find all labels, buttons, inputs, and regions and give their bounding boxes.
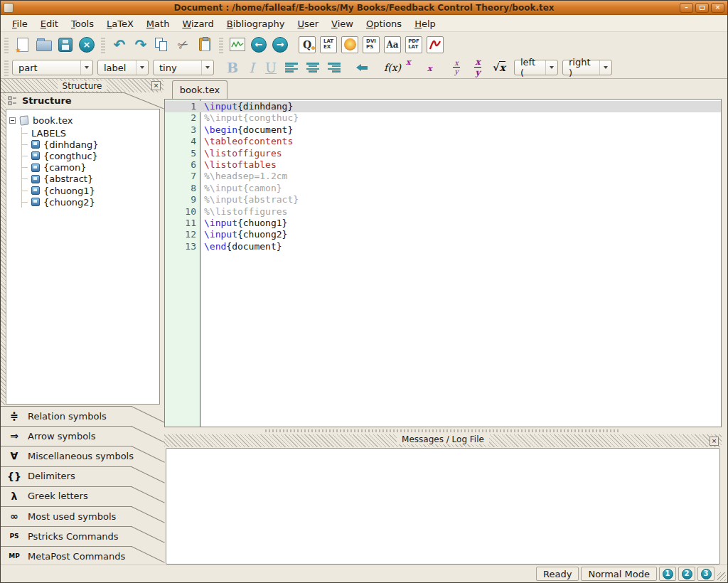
left-delimiter-dropdown[interactable]: left ( [514, 60, 558, 75]
log-output-area[interactable] [166, 448, 720, 565]
editor-line-12[interactable]: 12\input{chuong2} [165, 229, 721, 240]
undo-button[interactable]: ↶ [109, 34, 130, 55]
resize-grip[interactable] [717, 572, 726, 581]
close-file-button[interactable]: × [76, 34, 97, 55]
menu-item-edit[interactable]: Edit [34, 16, 65, 31]
paste-button[interactable] [194, 34, 215, 55]
symbol-panel-metapost-commands[interactable]: MPMetaPost Commands [1, 546, 164, 566]
menu-item-options[interactable]: Options [360, 16, 408, 31]
new-document-button[interactable]: ★ [12, 34, 33, 55]
status-mode-button[interactable]: Normal Mode [581, 567, 657, 581]
view-button-1[interactable]: 1 [659, 567, 676, 581]
view-ps-button[interactable]: Aa [382, 34, 403, 55]
toolbar-grip[interactable] [4, 59, 9, 76]
align-right-button[interactable] [323, 57, 345, 78]
editor-line-6[interactable]: 6\listoftables [165, 159, 721, 171]
editor-body[interactable]: 1\input{dinhdang}2%\input{congthuc}3\beg… [165, 100, 721, 427]
editor-tab-booktex[interactable]: book.tex [172, 80, 228, 99]
italic-button[interactable]: I [242, 57, 261, 78]
title-bar[interactable]: Document : /home/falleaf/E-books/My Book… [1, 1, 727, 15]
toolbar-grip[interactable] [219, 36, 223, 53]
copy-button[interactable] [151, 34, 173, 55]
menu-item-file[interactable]: File [6, 16, 34, 31]
chevron-down-icon[interactable] [599, 60, 611, 75]
menu-item-user[interactable]: User [291, 16, 325, 31]
size-dropdown[interactable]: tiny [153, 60, 214, 75]
minimize-button[interactable]: – [680, 3, 693, 13]
tree-root-item[interactable]: book.tex [9, 114, 156, 127]
editor-line-7[interactable]: 7%\headsep=1.2cm [165, 171, 721, 182]
superscript-button[interactable]: x [424, 57, 446, 78]
view-button-2[interactable]: 2 [678, 567, 695, 581]
frac-button[interactable]: xy [446, 57, 467, 78]
tree-item-chuong2[interactable]: {chuong2} [22, 196, 156, 208]
tree-item-abstract[interactable]: {abstract} [22, 173, 156, 185]
structure-close-button[interactable]: × [151, 81, 161, 90]
menu-item-tools[interactable]: Tools [65, 16, 100, 31]
newline-button[interactable] [352, 57, 373, 78]
align-left-button[interactable] [281, 57, 302, 78]
toolbar-grip[interactable] [4, 36, 9, 53]
save-button[interactable] [55, 34, 76, 55]
structure-view-button[interactable] [227, 34, 248, 55]
editor-line-8[interactable]: 8%\input{camon} [165, 183, 721, 194]
cut-button[interactable]: ✂ [173, 34, 194, 55]
editor-line-9[interactable]: 9%\input{abstract} [165, 194, 721, 205]
view-dvi-button[interactable] [339, 34, 360, 55]
menu-item-math[interactable]: Math [140, 16, 176, 31]
previous-document-button[interactable]: ← [248, 34, 269, 55]
editor-line-1[interactable]: 1\input{dinhdang} [165, 101, 721, 112]
structure-panel-header[interactable]: Structure × [1, 79, 164, 92]
redo-button[interactable]: ↷ [130, 34, 151, 55]
symbol-panel-arrow-symbols[interactable]: ⇒Arrow symbols [1, 426, 164, 446]
align-center-button[interactable] [302, 57, 323, 78]
maximize-button[interactable] [695, 3, 709, 13]
messages-panel-header[interactable]: Messages / Log File × [164, 434, 722, 447]
dfrac-button[interactable]: xy [467, 57, 488, 78]
editor-line-5[interactable]: 5\listoffigures [165, 148, 721, 159]
math-mode-button[interactable]: f(x) [382, 57, 403, 78]
latex-button[interactable]: LAT EX [318, 34, 339, 55]
chevron-down-icon[interactable] [545, 60, 557, 75]
open-file-button[interactable] [33, 34, 55, 55]
dvips-button[interactable]: DVI PS [360, 34, 382, 55]
editor-line-3[interactable]: 3\begin{document} [165, 124, 721, 136]
editor[interactable]: 1\input{dinhdang}2%\input{congthuc}3\beg… [164, 99, 722, 427]
symbol-panel-pstricks-commands[interactable]: PSPstricks Commands [1, 526, 164, 546]
next-document-button[interactable]: → [269, 34, 291, 55]
panel-drag-handle[interactable] [1, 92, 6, 405]
messages-close-button[interactable]: × [710, 437, 719, 446]
chevron-down-icon[interactable] [201, 60, 213, 75]
collapse-icon[interactable] [9, 117, 16, 124]
menu-item-bibliography[interactable]: Bibliography [220, 16, 291, 31]
structure-tab[interactable]: Structure [1, 92, 164, 109]
editor-line-10[interactable]: 10%\listoffigures [165, 206, 721, 218]
view-button-3[interactable]: 3 [697, 567, 714, 581]
view-pdf-button[interactable] [424, 34, 446, 55]
symbol-panel-most-used-symbols[interactable]: ∞Most used symbols [1, 506, 164, 526]
menu-item-wizard[interactable]: Wizard [176, 16, 220, 31]
symbol-panel-delimiters[interactable]: {}Delimiters [1, 466, 164, 486]
bold-button[interactable]: B [223, 57, 242, 78]
symbol-panel-miscellaneous-symbols[interactable]: ∀Miscellaneous symbols [1, 446, 164, 466]
editor-line-4[interactable]: 4\tableofcontents [165, 136, 721, 147]
chevron-down-icon[interactable] [136, 60, 148, 75]
horizontal-splitter[interactable] [164, 428, 722, 434]
editor-line-11[interactable]: 11\input{chuong1} [165, 218, 721, 229]
label-dropdown[interactable]: label [97, 60, 149, 75]
chevron-down-icon[interactable] [80, 60, 92, 75]
menu-item-view[interactable]: View [325, 16, 360, 31]
toolbar-grip[interactable] [101, 36, 105, 53]
symbol-panel-relation-symbols[interactable]: ≑Relation symbols [1, 406, 164, 426]
tree-item-camon[interactable]: {camon} [22, 162, 156, 173]
pdflatex-button[interactable]: PDF LAT [403, 34, 424, 55]
editor-line-13[interactable]: 13\end{document} [165, 241, 721, 252]
menu-item-latex[interactable]: LaTeX [100, 16, 140, 31]
underline-button[interactable]: U [261, 57, 281, 78]
symbol-panel-greek-letters[interactable]: λGreek letters [1, 486, 164, 506]
menu-item-help[interactable]: Help [408, 16, 442, 31]
tree-item-dinhdang[interactable]: {dinhdang} [22, 139, 156, 150]
right-delimiter-dropdown[interactable]: right ) [562, 60, 612, 75]
editor-line-2[interactable]: 2%\input{congthuc} [165, 112, 721, 124]
sqrt-button[interactable]: √x [488, 57, 510, 78]
